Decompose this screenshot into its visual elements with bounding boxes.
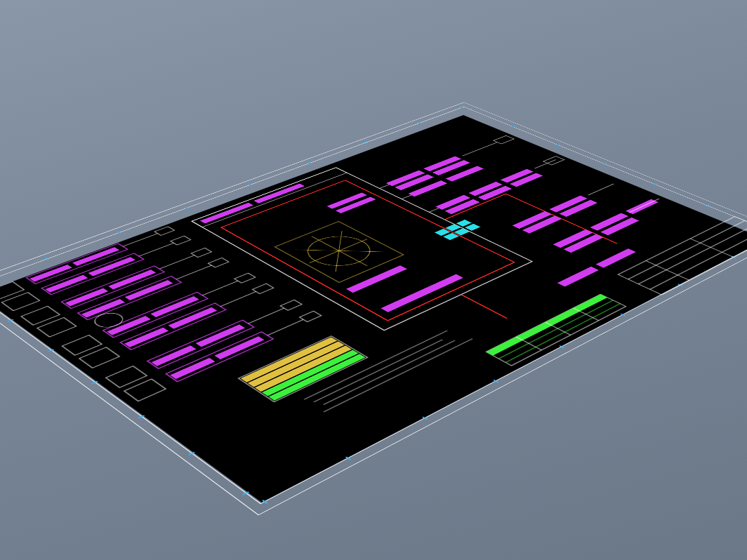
svg-line-4 (249, 184, 252, 185)
svg-rect-61 (170, 358, 215, 379)
svg-line-14 (621, 314, 626, 316)
svg-line-5 (308, 162, 312, 164)
svg-line-18 (8, 319, 13, 321)
svg-line-159 (650, 229, 747, 290)
svg-rect-78 (300, 311, 322, 321)
svg-line-28 (653, 183, 656, 185)
svg-line-160 (646, 261, 689, 281)
svg-line-25 (512, 126, 515, 128)
svg-line-136 (629, 199, 659, 213)
svg-line-26 (556, 144, 560, 145)
svg-line-10 (346, 457, 351, 460)
svg-line-23 (243, 492, 249, 495)
svg-rect-95 (200, 203, 253, 224)
svg-line-19 (48, 349, 54, 352)
svg-line-93 (312, 236, 367, 266)
svg-line-133 (463, 142, 497, 156)
svg-rect-74 (208, 258, 228, 267)
svg-line-158 (638, 225, 747, 284)
svg-line-12 (494, 380, 498, 382)
svg-line-8 (460, 107, 463, 108)
svg-rect-56 (150, 296, 199, 317)
svg-rect-50 (88, 257, 135, 276)
svg-line-3 (185, 207, 187, 209)
schematic-svg[interactable] (0, 102, 747, 516)
svg-rect-126 (456, 220, 472, 227)
svg-rect-97 (346, 265, 407, 293)
svg-line-6 (364, 142, 368, 143)
right-clusters (356, 135, 706, 291)
svg-rect-75 (234, 273, 256, 283)
svg-line-130 (379, 185, 389, 188)
svg-line-134 (534, 160, 555, 169)
svg-rect-76 (252, 284, 273, 293)
drawing-sheet[interactable] (0, 102, 747, 516)
svg-rect-36 (79, 347, 119, 368)
svg-line-83 (345, 180, 515, 262)
svg-line-7 (418, 122, 421, 124)
svg-rect-31 (0, 281, 24, 299)
svg-line-24 (469, 109, 472, 110)
svg-line-21 (138, 415, 144, 418)
svg-line-131 (402, 195, 411, 199)
svg-rect-62 (215, 336, 265, 359)
svg-rect-37 (106, 366, 147, 388)
svg-rect-32 (1, 293, 39, 311)
svg-rect-129 (465, 224, 480, 231)
svg-line-13 (560, 346, 564, 348)
svg-line-20 (92, 381, 98, 383)
svg-line-27 (604, 164, 607, 165)
svg-rect-77 (280, 300, 302, 310)
svg-line-29 (706, 205, 709, 206)
svg-rect-98 (381, 274, 463, 312)
svg-line-94 (310, 239, 367, 263)
svg-line-151 (498, 300, 613, 359)
title-block (618, 217, 747, 295)
svg-rect-59 (152, 345, 197, 366)
svg-rect-54 (125, 280, 173, 300)
svg-rect-33 (21, 306, 60, 325)
svg-rect-34 (37, 317, 77, 337)
svg-line-87 (444, 194, 505, 220)
svg-line-152 (505, 304, 620, 363)
svg-line-135 (588, 184, 614, 195)
svg-rect-96 (253, 184, 305, 204)
svg-rect-60 (196, 324, 245, 347)
svg-rect-122 (557, 267, 599, 287)
svg-line-22 (189, 452, 194, 455)
svg-rect-156 (618, 217, 747, 295)
svg-rect-150 (486, 294, 607, 355)
svg-rect-38 (124, 379, 166, 401)
svg-rect-72 (171, 236, 191, 245)
